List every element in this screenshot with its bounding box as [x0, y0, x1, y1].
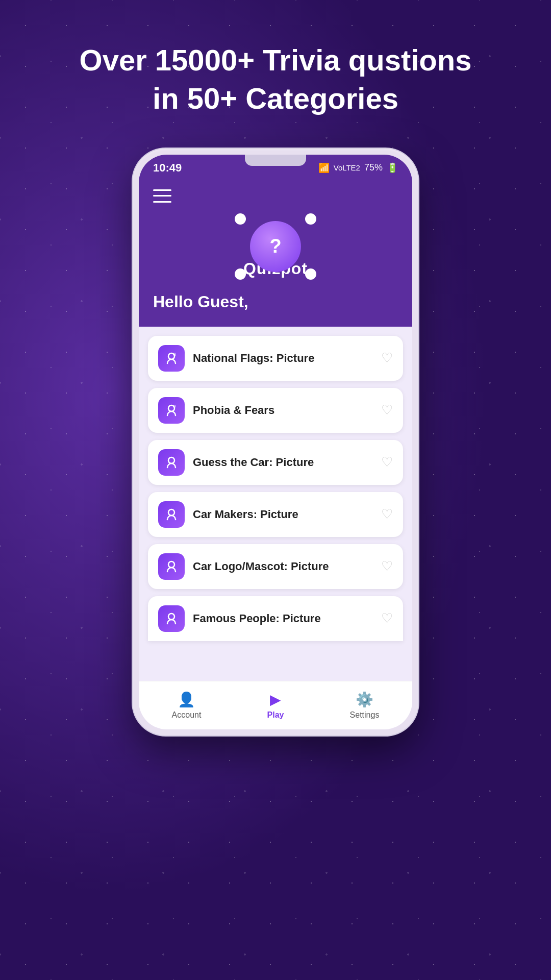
category-icon: [158, 553, 185, 580]
menu-button[interactable]: [153, 189, 171, 203]
bottom-nav: 👤 Account ▶ Play ⚙️ Settings: [139, 681, 412, 729]
phone-notch: [245, 155, 306, 166]
category-name: Car Logo/Mascot: Picture: [193, 560, 329, 573]
category-name: Famous People: Picture: [193, 612, 321, 625]
category-name: National Flags: Picture: [193, 352, 314, 365]
app-header: ? Quizpot Hello Guest,: [139, 181, 412, 327]
battery-text: 75%: [364, 162, 383, 173]
favorite-button[interactable]: ♡: [381, 506, 393, 522]
signal-icon: VoLTE2: [334, 163, 360, 172]
list-item[interactable]: Car Makers: Picture ♡: [148, 492, 403, 537]
headline: Over 15000+ Trivia qustions in 50+ Categ…: [49, 41, 503, 118]
list-item[interactable]: $ National Flags: Picture ♡: [148, 336, 403, 381]
category-list: $ National Flags: Picture ♡: [139, 327, 412, 681]
category-icon: [158, 449, 185, 476]
svg-point-5: [168, 457, 174, 463]
settings-icon: ⚙️: [356, 691, 373, 708]
play-icon: ▶: [270, 691, 281, 708]
category-name: Guess the Car: Picture: [193, 456, 314, 469]
nav-settings[interactable]: ⚙️ Settings: [350, 691, 380, 720]
favorite-button[interactable]: ♡: [381, 610, 393, 626]
list-item[interactable]: Guess the Car: Picture ♡: [148, 440, 403, 485]
paw-tr: [305, 213, 316, 225]
category-name: Car Makers: Picture: [193, 508, 298, 521]
nav-play-label: Play: [267, 710, 284, 720]
favorite-button[interactable]: ♡: [381, 454, 393, 470]
greeting-text: Hello Guest,: [153, 292, 398, 311]
favorite-button[interactable]: ♡: [381, 402, 393, 418]
svg-point-7: [168, 561, 174, 568]
phone-frame: 10:49 📶 VoLTE2 75% 🔋 ?: [133, 149, 418, 736]
svg-point-6: [168, 509, 174, 516]
status-time: 10:49: [153, 161, 182, 175]
logo-circle: ?: [250, 221, 301, 272]
category-name: Phobia & Fears: [193, 404, 274, 417]
svg-point-8: [168, 614, 174, 620]
nav-account[interactable]: 👤 Account: [172, 691, 202, 720]
phone-screen: 10:49 📶 VoLTE2 75% 🔋 ?: [139, 155, 412, 729]
list-item[interactable]: Phobia & Fears ♡: [148, 388, 403, 433]
category-icon: [158, 605, 185, 632]
list-item[interactable]: Car Logo/Mascot: Picture ♡: [148, 544, 403, 589]
logo-symbol: ?: [269, 235, 281, 257]
paw-tl: [235, 213, 246, 225]
category-icon: [158, 397, 185, 424]
battery-icon: 🔋: [387, 162, 398, 174]
nav-play[interactable]: ▶ Play: [267, 691, 284, 720]
logo-area: ? Quizpot: [153, 211, 398, 282]
wifi-icon: 📶: [318, 162, 330, 174]
nav-settings-label: Settings: [350, 710, 380, 720]
favorite-button[interactable]: ♡: [381, 558, 393, 574]
category-icon: [158, 501, 185, 528]
category-icon: $: [158, 345, 185, 372]
logo-container: ? Quizpot: [224, 211, 327, 282]
svg-point-4: [173, 405, 176, 408]
status-icons: 📶 VoLTE2 75% 🔋: [318, 162, 398, 174]
nav-account-label: Account: [172, 710, 202, 720]
list-item[interactable]: Famous People: Picture ♡ Join Game: [148, 596, 403, 641]
account-icon: 👤: [178, 691, 195, 708]
favorite-button[interactable]: ♡: [381, 350, 393, 366]
